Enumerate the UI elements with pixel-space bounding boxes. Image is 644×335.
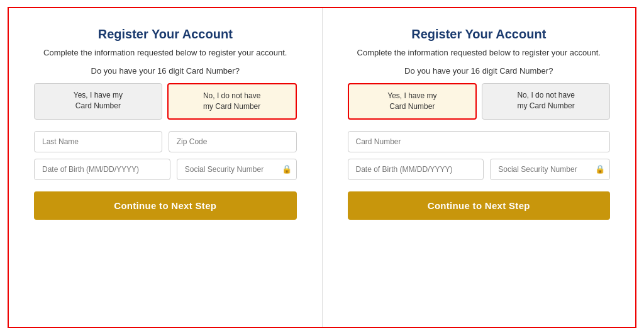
left-form-fields: 🔒	[34, 131, 297, 180]
right-subtitle: Complete the information requested below…	[357, 48, 601, 57]
ssn-wrapper-left: 🔒	[177, 159, 297, 180]
card-number-input[interactable]	[348, 131, 611, 152]
outer-border: Register Your Account Complete the infor…	[8, 7, 636, 328]
panel-right: Register Your Account Complete the infor…	[322, 8, 636, 327]
panel-left: Register Your Account Complete the infor…	[9, 8, 322, 327]
dob-input-left[interactable]	[34, 159, 170, 180]
right-form-fields: 🔒	[348, 131, 611, 180]
ssn-wrapper-right: 🔒	[490, 159, 610, 180]
left-row-1	[34, 131, 297, 152]
continue-button-right[interactable]: Continue to Next Step	[348, 191, 611, 220]
ssn-input-right[interactable]	[490, 159, 610, 180]
left-toggle-group: Yes, I have myCard Number No, I do not h…	[34, 83, 297, 120]
right-row-2: 🔒	[348, 159, 611, 180]
left-toggle-yes[interactable]: Yes, I have myCard Number	[34, 83, 162, 120]
zip-code-input[interactable]	[169, 131, 297, 152]
right-row-card	[348, 131, 611, 152]
right-toggle-group: Yes, I have myCard Number No, I do not h…	[348, 83, 611, 120]
lock-icon-right: 🔒	[595, 164, 605, 174]
right-question: Do you have your 16 digit Card Number?	[404, 66, 553, 76]
left-row-2: 🔒	[34, 159, 297, 180]
left-title: Register Your Account	[98, 27, 233, 42]
right-toggle-yes[interactable]: Yes, I have myCard Number	[348, 83, 477, 120]
lock-icon-left: 🔒	[282, 164, 292, 174]
continue-button-left[interactable]: Continue to Next Step	[34, 191, 297, 220]
right-toggle-no[interactable]: No, I do not havemy Card Number	[482, 83, 610, 120]
dob-input-right[interactable]	[348, 159, 484, 180]
left-toggle-no[interactable]: No, I do not havemy Card Number	[167, 83, 297, 120]
last-name-input[interactable]	[34, 131, 162, 152]
ssn-input-left[interactable]	[177, 159, 297, 180]
right-title: Register Your Account	[411, 27, 546, 42]
left-question: Do you have your 16 digit Card Number?	[91, 66, 240, 76]
left-subtitle: Complete the information requested below…	[43, 48, 287, 57]
